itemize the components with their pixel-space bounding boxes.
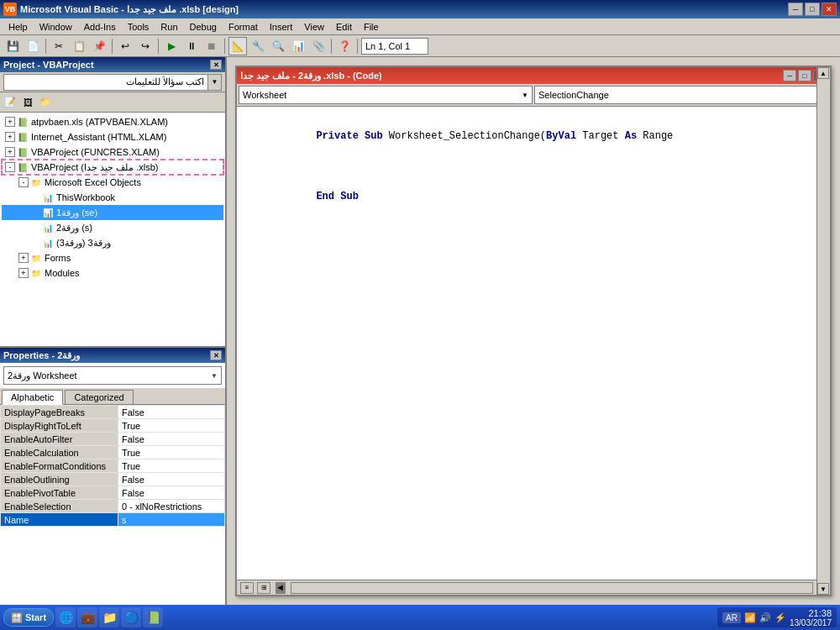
menu-view[interactable]: View	[299, 19, 329, 34]
code-line-0: Private Sub Worksheet_SelectionChange(By…	[244, 113, 823, 159]
tree-expand-4[interactable]: -	[18, 177, 29, 187]
tree-item-vbaproject[interactable]: - 📗 VBAProject (ملف جيد جدا .xlsb)	[2, 160, 223, 175]
prop-value-enableoutlining[interactable]: False	[118, 473, 225, 486]
menu-edit[interactable]: Edit	[331, 19, 357, 34]
prop-value-enableautofilter[interactable]: False	[118, 433, 225, 446]
tree-item-thisworkbook[interactable]: 📊 ThisWorkbook	[2, 190, 223, 205]
menu-file[interactable]: File	[359, 19, 384, 34]
tree-item-forms[interactable]: + 📁 Forms	[2, 250, 223, 265]
tray-icon-2: 🔊	[759, 612, 771, 623]
toolbar-obj[interactable]: 🔍	[269, 37, 287, 55]
toolbar-run[interactable]: ▶	[162, 37, 181, 55]
tab-alphabetic[interactable]: Alphabetic	[2, 390, 63, 405]
taskbar-app-2[interactable]: 💼	[77, 607, 97, 627]
menu-help[interactable]: Help	[3, 19, 33, 34]
tree-expand-9[interactable]: +	[18, 253, 29, 263]
tree-item-internet[interactable]: + 📗 Internet_Assistant (HTML.XLAM)	[2, 129, 223, 144]
h-scroll-left[interactable]: ◄	[276, 582, 286, 594]
object-dropdown-arrow: ▼	[522, 92, 528, 99]
tree-expand-1[interactable]: +	[5, 132, 15, 142]
tree-label-3: VBAProject (ملف جيد جدا .xlsb)	[31, 162, 158, 173]
proj-view-code[interactable]: 📝	[2, 94, 18, 111]
menu-debug[interactable]: Debug	[185, 19, 222, 34]
prop-value-enableformatconditions[interactable]: True	[118, 459, 225, 473]
properties-dropdown-wrap: ورقة2 Worksheet ▼	[0, 363, 225, 388]
tree-item-sheet3[interactable]: 📊 ورقة3 (ورقة3)	[2, 235, 223, 250]
project-toolbar: 📝 🖼 📁	[0, 92, 225, 113]
toolbar-copy[interactable]: 📋	[70, 37, 88, 55]
toolbar-redo[interactable]: ↪	[136, 37, 155, 55]
tree-expand-2[interactable]: +	[5, 147, 15, 157]
proj-toggle-folders[interactable]: 📁	[37, 94, 54, 111]
toolbar-btn2[interactable]: 📊	[289, 37, 307, 55]
taskbar-app-4[interactable]: 🔵	[121, 607, 141, 627]
prop-value-enableselection[interactable]: 0 - xlNoRestrictions	[118, 500, 225, 513]
toolbar-design[interactable]: 📐	[228, 37, 247, 55]
toolbar-paste[interactable]: 📌	[90, 37, 108, 55]
menu-run[interactable]: Run	[155, 19, 182, 34]
tree-expand-3[interactable]: -	[5, 162, 15, 172]
toolbar-pause[interactable]: ⏸	[182, 37, 201, 55]
toolbar-btn3[interactable]: 📎	[309, 37, 328, 55]
tree-icon-9: 📁	[30, 252, 42, 264]
prop-value-displayrighttoleft[interactable]: True	[118, 419, 225, 433]
close-button[interactable]: ✕	[822, 3, 837, 16]
menu-addins[interactable]: Add-Ins	[79, 19, 121, 34]
menu-window[interactable]: Window	[34, 19, 77, 34]
menu-format[interactable]: Format	[223, 19, 263, 34]
tree-label-2: VBAProject (FUNCRES.XLAM)	[31, 147, 160, 157]
project-panel-close[interactable]: ✕	[210, 60, 222, 70]
taskbar-app-3[interactable]: 📁	[99, 607, 119, 627]
toolbar-btn1[interactable]: 📄	[24, 37, 42, 55]
menu-bar: Help Window Add-Ins Tools Run Debug Form…	[0, 18, 840, 35]
tree-item-sheet2[interactable]: 📊 ورقة2 (s)	[2, 220, 223, 235]
maximize-button[interactable]: □	[805, 3, 820, 16]
toolbar-save[interactable]: 💾	[3, 37, 22, 55]
prop-value-enablepivottable[interactable]: False	[118, 486, 225, 500]
tree-item-excel-objects[interactable]: - 📁 Microsoft Excel Objects	[2, 175, 223, 190]
toolbar-cut[interactable]: ✂	[50, 37, 68, 55]
prop-value-enablecalculation[interactable]: True	[118, 446, 225, 459]
tree-expand-10[interactable]: +	[18, 268, 29, 278]
h-scrollbar[interactable]	[291, 582, 813, 594]
toolbar-stop[interactable]: ⏹	[202, 37, 221, 55]
taskbar-app-ie[interactable]: 🌐	[55, 607, 76, 627]
search-dropdown[interactable]: ▼	[208, 74, 222, 91]
toolbar-props[interactable]: 🔧	[249, 37, 267, 55]
toolbar-undo[interactable]: ↩	[116, 37, 134, 55]
properties-object-dropdown[interactable]: ورقة2 Worksheet ▼	[3, 366, 222, 385]
toolbar-help[interactable]: ❓	[335, 37, 354, 55]
prop-value-displaypagebreaks[interactable]: False	[118, 406, 225, 419]
code-dropdowns: Worksheet ▼ SelectionChange ▼	[237, 84, 830, 107]
tree-label-9: Forms	[45, 253, 71, 263]
tree-item-modules[interactable]: + 📁 Modules	[2, 265, 223, 281]
properties-close[interactable]: ✕	[210, 350, 222, 360]
tree-item-funcres[interactable]: + 📗 VBAProject (FUNCRES.XLAM)	[2, 144, 223, 160]
tree-icon-4: 📁	[30, 176, 42, 188]
tree-label-10: Modules	[45, 268, 80, 278]
proj-view-designer[interactable]: 🖼	[19, 94, 36, 111]
tree-item-sheet1[interactable]: 📊 ورقة1 (se)	[2, 205, 223, 220]
separator-3	[158, 39, 159, 54]
language-indicator[interactable]: AR	[722, 612, 741, 623]
tree-item-atpvbaen[interactable]: + 📗 atpvbaen.xls (ATPVBAEN.XLAM)	[2, 114, 223, 129]
minimize-button[interactable]: ─	[788, 3, 803, 16]
code-window-title: ورقة2 - ملف جيد جدا .xlsb - (Code)	[240, 71, 382, 81]
tree-expand-0[interactable]: +	[5, 117, 15, 127]
start-button[interactable]: 🪟 Start	[3, 608, 54, 627]
help-search-input[interactable]	[3, 74, 208, 91]
menu-tools[interactable]: Tools	[123, 19, 155, 34]
code-editor[interactable]: Private Sub Worksheet_SelectionChange(By…	[237, 107, 830, 580]
menu-insert[interactable]: Insert	[265, 19, 298, 34]
code-view-btn1[interactable]: ≡	[240, 582, 254, 594]
prop-value-name[interactable]: s	[118, 513, 225, 527]
system-tray: AR 📶 🔊 ⚡ 21:38 13/03/2017	[717, 607, 837, 627]
taskbar-app-excel[interactable]: 📗	[143, 607, 163, 627]
code-maximize-btn[interactable]: □	[798, 70, 811, 81]
object-dropdown[interactable]: Worksheet ▼	[239, 86, 533, 104]
code-view-btn2[interactable]: ⊞	[257, 582, 270, 594]
procedure-dropdown[interactable]: SelectionChange ▼	[534, 86, 828, 104]
code-minimize-btn[interactable]: ─	[783, 70, 796, 81]
code-line-2: End Sub	[244, 174, 823, 219]
tab-categorized[interactable]: Categorized	[65, 390, 133, 404]
